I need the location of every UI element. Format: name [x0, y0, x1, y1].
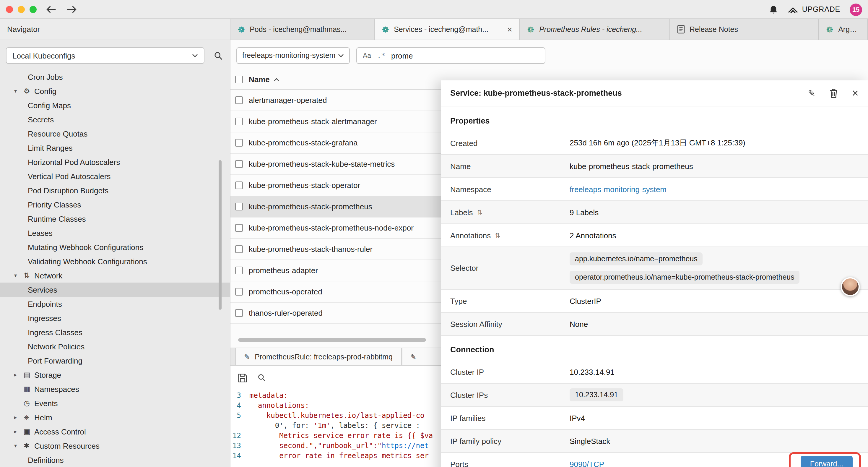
labels-count: 9 Labels: [569, 208, 598, 217]
delete-icon[interactable]: [830, 88, 838, 98]
sidebar-item-network-policies[interactable]: Network Policies: [0, 339, 230, 353]
upgrade-button[interactable]: UPGRADE: [788, 5, 840, 13]
sidebar-item-label: Definitions: [28, 456, 64, 464]
tab-pods[interactable]: ☸ Pods - icecheng@mathmas...: [230, 19, 375, 39]
row-checkbox[interactable]: [235, 139, 243, 147]
sidebar-item-ingresses[interactable]: Ingresses: [0, 311, 230, 325]
sort-ascending-icon[interactable]: [274, 78, 280, 81]
sidebar-item-custom-resources[interactable]: ▾✱Custom Resources: [0, 439, 230, 453]
save-icon[interactable]: [238, 373, 247, 382]
sidebar-item-access-control[interactable]: ▸▣Access Control: [0, 425, 230, 439]
row-checkbox[interactable]: [235, 181, 243, 189]
drawer-body: Properties Created 253d 16h 6m ago (2025…: [441, 107, 868, 467]
sidebar-item-events[interactable]: ◷Events: [0, 396, 230, 410]
sidebar-tree: Cron Jobs▾⚙ConfigConfig MapsSecretsResou…: [0, 70, 230, 467]
service-name: prometheus-operated: [249, 287, 322, 296]
connection-row-ip-family-policy: IP family policy SingleStack: [441, 430, 868, 453]
user-avatar[interactable]: [841, 277, 860, 296]
sidebar-item-cron-jobs[interactable]: Cron Jobs: [0, 70, 230, 84]
row-checkbox[interactable]: [235, 96, 243, 104]
ip-family-policy-value: SingleStack: [569, 437, 610, 445]
close-icon[interactable]: ×: [852, 87, 859, 99]
sidebar-item-secrets[interactable]: Secrets: [0, 112, 230, 126]
sidebar-item-label: Validating Webhook Configurations: [28, 257, 147, 266]
sidebar-item-config-maps[interactable]: Config Maps: [0, 98, 230, 112]
editor-tab-prometheusrule[interactable]: ✎ PrometheusRule: freeleaps-prod-rabbitm…: [235, 348, 402, 365]
forward-button[interactable]: Forward...: [801, 456, 852, 467]
expand-annotations-icon[interactable]: ⇅: [495, 231, 500, 239]
sidebar-item-label: Endpoints: [28, 299, 62, 308]
horizontal-scrollbar[interactable]: [238, 338, 426, 342]
name-column-header[interactable]: Name: [249, 75, 270, 84]
row-checkbox[interactable]: [235, 267, 243, 274]
close-tab-icon[interactable]: ×: [507, 24, 512, 34]
sidebar-item-horizontal-pod-autoscalers[interactable]: Horizontal Pod Autoscalers: [0, 155, 230, 169]
tab-release-notes[interactable]: Release Notes: [670, 19, 819, 39]
namespace-link[interactable]: freeleaps-monitoring-system: [569, 185, 666, 194]
row-checkbox[interactable]: [235, 118, 243, 125]
sidebar-item-validating-webhook-configurations[interactable]: Validating Webhook Configurations: [0, 254, 230, 268]
namespaces-icon: ▦: [24, 385, 34, 393]
sidebar-item-vertical-pod-autoscalers[interactable]: Vertical Pod Autoscalers: [0, 169, 230, 183]
sidebar-item-mutating-webhook-configurations[interactable]: Mutating Webhook Configurations: [0, 240, 230, 254]
edit-icon[interactable]: ✎: [808, 88, 815, 98]
connection-row-cluster-ip: Cluster IP 10.233.14.91: [441, 360, 868, 384]
port-row-9090: Ports 9090/TCP Forward...: [441, 453, 868, 467]
row-checkbox[interactable]: [235, 224, 243, 232]
kubeconfig-dropdown[interactable]: Local Kubeconfigs: [6, 47, 205, 64]
row-checkbox[interactable]: [235, 309, 243, 317]
chevron-right-icon: ▸: [14, 414, 24, 420]
property-row-annotations: Annotations ⇅ 2 Annotations: [441, 224, 868, 247]
navigator-header: Navigator: [0, 19, 230, 39]
close-window-button[interactable]: [6, 6, 13, 13]
expand-labels-icon[interactable]: ⇅: [477, 208, 483, 216]
service-detail-drawer: Service: kube-prometheus-stack-prometheu…: [441, 80, 868, 467]
tab-services[interactable]: ☸ Services - icecheng@math... ×: [375, 19, 520, 39]
regex-toggle[interactable]: .*: [377, 52, 385, 60]
row-checkbox[interactable]: [235, 288, 243, 296]
back-button[interactable]: [46, 5, 57, 13]
sidebar-item-pod-disruption-budgets[interactable]: Pod Disruption Budgets: [0, 183, 230, 198]
service-name: kube-prometheus-stack-prometheus-node-ex…: [249, 224, 414, 232]
match-case-toggle[interactable]: Aa: [363, 52, 371, 59]
notifications-bell-icon[interactable]: [769, 5, 778, 14]
drawer-header: Service: kube-prometheus-stack-prometheu…: [441, 80, 868, 107]
sidebar-item-priority-classes[interactable]: Priority Classes: [0, 198, 230, 212]
service-name: alertmanager-operated: [249, 96, 327, 105]
forward-button[interactable]: [66, 5, 77, 13]
sidebar-item-endpoints[interactable]: Endpoints: [0, 297, 230, 311]
sidebar-item-resource-quotas[interactable]: Resource Quotas: [0, 126, 230, 141]
sidebar-item-port-forwarding[interactable]: Port Forwarding: [0, 353, 230, 368]
sidebar-item-limit-ranges[interactable]: Limit Ranges: [0, 141, 230, 155]
sidebar-item-namespaces[interactable]: ▦Namespaces: [0, 382, 230, 396]
notification-count-badge[interactable]: 15: [850, 3, 862, 16]
row-checkbox[interactable]: [235, 245, 243, 253]
row-checkbox[interactable]: [235, 160, 243, 168]
tab-prometheus-rules[interactable]: ☸ Prometheus Rules - icecheng...: [520, 19, 670, 39]
tab-argo[interactable]: ☸ Argo S: [819, 19, 868, 39]
sidebar-item-config[interactable]: ▾⚙Config: [0, 84, 230, 98]
sidebar-search-icon[interactable]: [214, 52, 223, 60]
minimize-window-button[interactable]: [18, 6, 25, 13]
sidebar-item-ingress-classes[interactable]: Ingress Classes: [0, 325, 230, 339]
row-checkbox[interactable]: [235, 203, 243, 210]
sidebar-item-definitions[interactable]: Definitions: [0, 453, 230, 467]
sidebar-item-leases[interactable]: Leases: [0, 226, 230, 240]
sidebar-item-label: Mutating Webhook Configurations: [28, 243, 143, 252]
sidebar-item-services[interactable]: Services: [0, 283, 230, 297]
sidebar-item-storage[interactable]: ▸▤Storage: [0, 368, 230, 382]
zoom-window-button[interactable]: [30, 6, 37, 13]
sidebar-scrollbar[interactable]: [219, 160, 222, 310]
annotations-count: 2 Annotations: [569, 231, 616, 240]
sidebar-item-helm[interactable]: ▸⎈Helm: [0, 410, 230, 425]
editor-search-icon[interactable]: [258, 374, 266, 382]
select-all-checkbox[interactable]: [235, 76, 243, 83]
search-input[interactable]: Aa .* prome: [356, 47, 546, 64]
namespace-filter-dropdown[interactable]: freeleaps-monitoring-system: [236, 47, 350, 64]
port-link-9090[interactable]: 9090/TCP: [569, 460, 604, 467]
service-name: kube-prometheus-stack-operator: [249, 181, 360, 190]
sidebar-item-runtime-classes[interactable]: Runtime Classes: [0, 212, 230, 226]
tab-bar: Navigator ☸ Pods - icecheng@mathmas... ☸…: [0, 19, 868, 40]
sidebar-item-network[interactable]: ▾⇅Network: [0, 268, 230, 283]
drawer-title: Service: kube-prometheus-stack-prometheu…: [450, 89, 622, 97]
